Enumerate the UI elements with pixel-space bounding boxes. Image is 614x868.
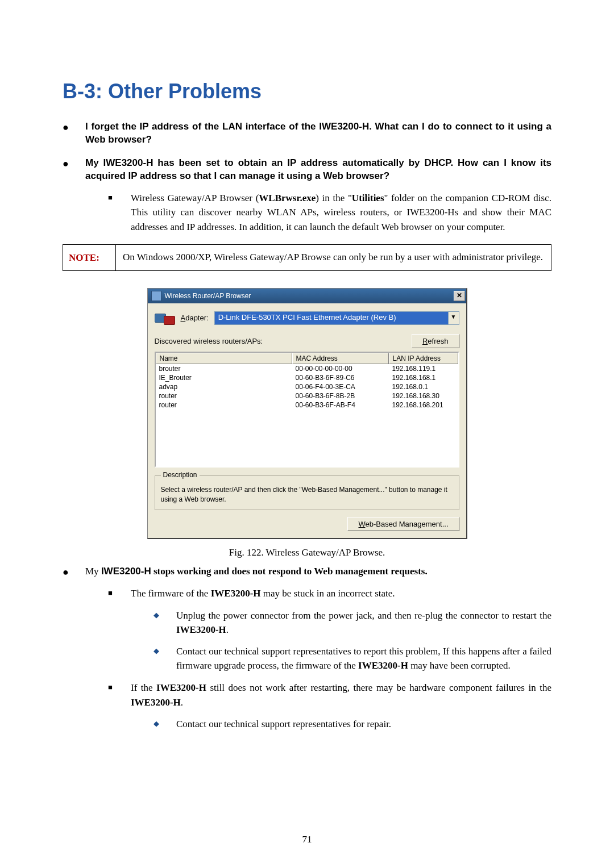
listview-header: Name MAC Address LAN IP Address xyxy=(156,353,458,364)
mgmt-mnemonic: W xyxy=(358,520,365,528)
adapter-value: D-Link DFE-530TX PCI Fast Ethernet Adapt… xyxy=(215,312,448,324)
table-row[interactable]: router 00-60-B3-6F-AB-F4 192.168.168.201 xyxy=(156,400,458,410)
button-row: Web-Based Management... xyxy=(155,517,459,531)
window-body: Adapter: D-Link DFE-530TX PCI Fast Ether… xyxy=(148,303,466,539)
bullet-stops-working: My IWE3200-H stops working and does not … xyxy=(63,565,551,732)
t: ) in the " xyxy=(316,193,352,203)
table-row[interactable]: IE_Brouter 00-60-B3-6F-89-C6 192.168.168… xyxy=(156,373,458,382)
refresh-rest: efresh xyxy=(428,337,448,345)
t: Contact our technical support representa… xyxy=(176,719,391,729)
note-body: On Windows 2000/XP, Wireless Gateway/AP … xyxy=(116,245,551,270)
router-listview[interactable]: Name MAC Address LAN IP Address brouter … xyxy=(155,352,459,468)
web-management-button[interactable]: Web-Based Management... xyxy=(347,517,459,531)
q2-text: My IWE3200-H has been set to obtain an I… xyxy=(85,157,551,181)
cell-ip: 192.168.168.30 xyxy=(389,391,458,400)
top-bullet-list: I forget the IP address of the LAN inter… xyxy=(63,120,551,234)
discovered-row: Discovered wireless routers/APs: Refresh xyxy=(155,334,459,348)
sw-hardware-failure: If the IWE3200-H still does not work aft… xyxy=(108,681,551,732)
q2-subitem: Wireless Gateway/AP Browser (WLBrwsr.exe… xyxy=(108,191,551,235)
t: IWE3200-H xyxy=(131,697,181,708)
window-titlebar: Wireless Router/AP Browser ✕ xyxy=(148,289,466,303)
figure-wrapper: Wireless Router/AP Browser ✕ Adapter: D-… xyxy=(63,288,551,540)
cell-mac: 00-60-B3-6F-89-C6 xyxy=(292,373,389,382)
bottom-bullet-list: My IWE3200-H stops working and does not … xyxy=(63,565,551,732)
mgmt-rest: eb-Based Management... xyxy=(366,520,449,528)
sw-firmware-stuck: The firmware of the IWE3200-H may be stu… xyxy=(108,586,551,673)
adapter-label-rest: dapter: xyxy=(185,314,208,322)
t: . xyxy=(181,697,183,708)
t: My xyxy=(85,566,101,577)
q2-sublist: Wireless Gateway/AP Browser (WLBrwsr.exe… xyxy=(85,191,551,235)
hw-diamond-list: Contact our technical support representa… xyxy=(131,717,551,732)
table-row[interactable]: brouter 00-00-00-00-00-00 192.168.119.1 xyxy=(156,364,458,373)
discovered-label: Discovered wireless routers/APs: xyxy=(155,337,263,345)
t: IWE3200-H xyxy=(211,588,261,599)
t: Wireless Gateway/AP Browser ( xyxy=(131,193,259,203)
note-box: NOTE: On Windows 2000/XP, Wireless Gatew… xyxy=(63,244,551,271)
refresh-button[interactable]: Refresh xyxy=(412,334,459,348)
page-number: 71 xyxy=(0,834,614,845)
t: IWE3200-H xyxy=(358,660,408,671)
chevron-down-icon[interactable]: ▼ xyxy=(448,312,459,324)
cell-ip: 192.168.119.1 xyxy=(389,364,458,373)
cell-name: router xyxy=(156,400,292,410)
network-icon xyxy=(155,309,175,327)
bullet-forgot-ip: I forget the IP address of the LAN inter… xyxy=(63,120,551,147)
cell-name: IE_Brouter xyxy=(156,373,292,382)
groupbox-title: Description xyxy=(161,471,200,479)
section-heading: B-3: Other Problems xyxy=(63,80,551,103)
refresh-mnemonic: R xyxy=(422,337,428,345)
sw-contact-support: Contact our technical support representa… xyxy=(154,645,551,673)
t: IWE3200-H xyxy=(156,682,206,693)
t: IWE3200-H xyxy=(101,566,151,577)
cell-ip: 192.168.168.201 xyxy=(389,400,458,410)
note-label: NOTE: xyxy=(63,245,116,270)
cell-name: brouter xyxy=(156,364,292,373)
sw-diamond-list: Unplug the power connector from the powe… xyxy=(131,609,551,673)
t: Unplug the power connector from the powe… xyxy=(176,610,551,621)
q1-text: I forget the IP address of the LAN inter… xyxy=(85,121,551,145)
t: Utilities xyxy=(352,193,384,203)
cell-mac: 00-00-00-00-00-00 xyxy=(292,364,389,373)
col-name[interactable]: Name xyxy=(156,353,292,364)
cell-ip: 192.168.168.1 xyxy=(389,373,458,382)
window-title: Wireless Router/AP Browser xyxy=(165,292,454,300)
t: still does not work after restarting, th… xyxy=(206,682,551,693)
t: If the xyxy=(131,682,156,693)
wireless-browser-window: Wireless Router/AP Browser ✕ Adapter: D-… xyxy=(147,288,467,540)
t: may be stuck in an incorrect state. xyxy=(261,588,395,599)
sw-sublist: The firmware of the IWE3200-H may be stu… xyxy=(85,586,551,732)
cell-name: router xyxy=(156,391,292,400)
app-icon xyxy=(151,291,161,301)
bullet-dhcp: My IWE3200-H has been set to obtain an I… xyxy=(63,157,551,234)
col-ip[interactable]: LAN IP Address xyxy=(389,353,458,364)
cell-name: advap xyxy=(156,382,292,391)
cell-ip: 192.168.0.1 xyxy=(389,382,458,391)
cell-mac: 00-60-B3-6F-AB-F4 xyxy=(292,400,389,410)
close-button[interactable]: ✕ xyxy=(454,291,465,301)
adapter-mnemonic: A xyxy=(181,314,186,322)
adapter-label: Adapter: xyxy=(181,314,209,322)
table-row[interactable]: advap 00-06-F4-00-3E-CA 192.168.0.1 xyxy=(156,382,458,391)
sw-unplug: Unplug the power connector from the powe… xyxy=(154,609,551,637)
description-groupbox: Description Select a wireless router/AP … xyxy=(155,475,459,511)
t: . xyxy=(226,624,229,635)
t: stops working and does not respond to We… xyxy=(151,566,428,577)
t: IWE3200-H xyxy=(176,624,226,635)
t: may have been corrupted. xyxy=(408,660,511,671)
figure-caption: Fig. 122. Wireless Gateway/AP Browse. xyxy=(63,547,551,558)
cell-mac: 00-06-F4-00-3E-CA xyxy=(292,382,389,391)
table-row[interactable]: router 00-60-B3-6F-8B-2B 192.168.168.30 xyxy=(156,391,458,400)
t: The firmware of the xyxy=(131,588,211,599)
cell-mac: 00-60-B3-6F-8B-2B xyxy=(292,391,389,400)
adapter-row: Adapter: D-Link DFE-530TX PCI Fast Ether… xyxy=(155,309,459,327)
col-mac[interactable]: MAC Address xyxy=(292,353,389,364)
page: B-3: Other Problems I forget the IP addr… xyxy=(0,0,614,868)
t: WLBrwsr.exe xyxy=(259,193,316,203)
groupbox-text: Select a wireless router/AP and then cli… xyxy=(161,485,453,504)
hw-contact-repair: Contact our technical support representa… xyxy=(154,717,551,732)
adapter-combobox[interactable]: D-Link DFE-530TX PCI Fast Ethernet Adapt… xyxy=(214,311,459,325)
